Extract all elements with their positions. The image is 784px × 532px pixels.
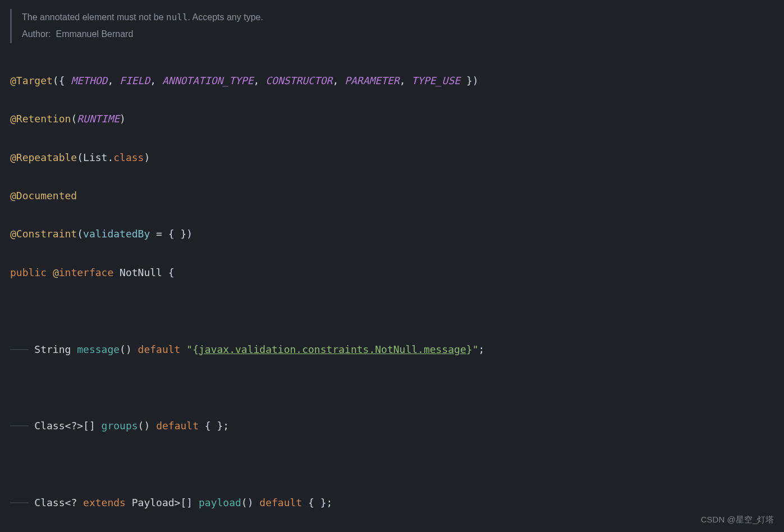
indent-guide: ─── [10, 420, 34, 432]
code-line[interactable]: @Repeatable(List.class) [10, 148, 784, 167]
code-line[interactable]: @Retention(RUNTIME) [10, 109, 784, 129]
code-line[interactable] [10, 455, 784, 474]
code-line[interactable] [10, 378, 784, 397]
indent-guide: ─── [10, 497, 34, 508]
javadoc-description: The annotated element must not be null. … [22, 9, 784, 26]
code-line[interactable]: @Constraint(validatedBy = { }) [10, 224, 784, 244]
code-line[interactable]: ─── Class<?>[] groups() default { }; [10, 416, 784, 435]
code-line[interactable]: @Target({ METHOD, FIELD, ANNOTATION_TYPE… [10, 71, 784, 90]
javadoc-block: The annotated element must not be null. … [10, 9, 784, 43]
indent-guide: ─── [10, 343, 34, 355]
code-line[interactable]: ─── String message() default "{javax.val… [10, 340, 784, 359]
code-line[interactable] [10, 301, 784, 320]
code-line[interactable]: @Documented [10, 186, 784, 205]
javadoc-author: Author: Emmanuel Bernard [22, 26, 784, 43]
code-line[interactable]: ─── Class<? extends Payload>[] payload()… [10, 493, 784, 512]
code-literal-null: null [166, 12, 188, 22]
code-editor[interactable]: @Target({ METHOD, FIELD, ANNOTATION_TYPE… [10, 52, 784, 532]
code-line[interactable]: public @interface NotNull { [10, 263, 784, 282]
watermark: CSDN @星空_灯塔 [701, 512, 774, 528]
